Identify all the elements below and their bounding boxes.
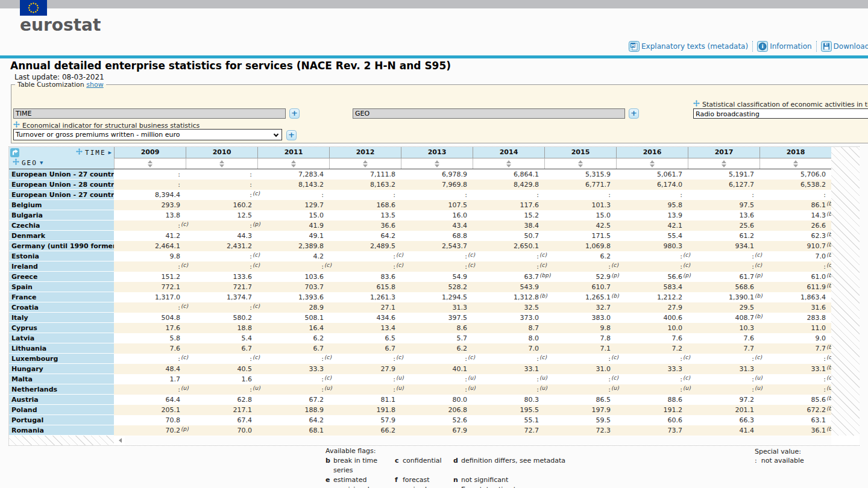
- toolbar-link[interactable]: Download: [816, 41, 868, 52]
- time-dimension-handle[interactable]: TIME ▶: [76, 148, 112, 157]
- cell-value: 4.2: [313, 252, 324, 260]
- cell-value: 2,464.1: [155, 242, 180, 250]
- cell-value: 188.9: [305, 406, 324, 414]
- horizontal-scrollbar[interactable]: [125, 436, 831, 445]
- sort-button[interactable]: [186, 158, 257, 169]
- cell-value: :: [465, 252, 467, 260]
- sort-button[interactable]: [760, 158, 831, 169]
- data-cell: 88.6: [616, 395, 688, 405]
- special-value-entry: : not available: [755, 456, 804, 465]
- year-header-cell[interactable]: 2018: [760, 147, 831, 158]
- data-cell: 171.5: [544, 231, 616, 241]
- table-row: Greece151.2133.6103.683.654.963.7(bp)52.…: [9, 272, 831, 282]
- cell-value: 568.6: [735, 283, 755, 291]
- indicator-select-value: Turnover or gross premiums written - mil…: [16, 131, 180, 139]
- indicator-add-button[interactable]: +: [286, 130, 297, 140]
- indicator-label-text: Economical indicator for structural busi…: [22, 122, 200, 130]
- sort-button[interactable]: [114, 158, 186, 169]
- data-cell: 95.8: [616, 200, 688, 210]
- sort-button[interactable]: [401, 158, 473, 169]
- flag-code: e: [326, 475, 333, 485]
- data-cell: 2,489.5: [329, 241, 401, 251]
- cell-value: 615.8: [377, 283, 396, 291]
- data-cell: 1,294.5: [401, 292, 473, 302]
- data-cell: 206.8: [401, 405, 473, 415]
- expand-right-icon: ▶: [108, 149, 112, 155]
- data-cell: 68.1: [257, 425, 329, 436]
- sort-button[interactable]: [473, 158, 544, 169]
- data-cell: :(u): [329, 374, 401, 384]
- move-cross-icon[interactable]: [13, 121, 20, 130]
- cell-value: 1,374.7: [227, 293, 252, 301]
- data-cell: 15.0: [257, 210, 329, 221]
- toolbar-link[interactable]: MExplanatory texts (metadata): [624, 41, 752, 52]
- flag-code: p: [326, 485, 333, 488]
- toolbar-link[interactable]: iInformation: [752, 41, 816, 52]
- data-cell: 1,312.8(b): [473, 292, 544, 302]
- data-cell: 7.0: [473, 343, 544, 354]
- cell-value: 40.5: [237, 365, 253, 373]
- year-header-cell[interactable]: 2013: [401, 147, 473, 158]
- move-cross-icon[interactable]: [693, 100, 700, 108]
- data-cell: 6.7: [186, 343, 257, 354]
- year-header-cell[interactable]: 2016: [616, 147, 688, 158]
- cell-value: 13.9: [668, 211, 683, 219]
- year-header-cell[interactable]: 2014: [473, 147, 544, 158]
- time-dimension-box[interactable]: TIME: [13, 108, 286, 119]
- indicator-select[interactable]: Turnover or gross premiums written - mil…: [13, 129, 282, 140]
- data-table-frame: TIME ▶ GEO ▼ 200920102011201220132014201…: [8, 146, 860, 446]
- data-cell: :: [186, 169, 257, 180]
- year-header-cell[interactable]: 2017: [688, 147, 760, 158]
- sort-button[interactable]: [544, 158, 616, 169]
- year-header-cell[interactable]: 2012: [329, 147, 401, 158]
- cell-value: :: [536, 355, 539, 363]
- pivot-rotate-icon[interactable]: [10, 148, 19, 157]
- sort-button[interactable]: [257, 158, 329, 169]
- cell-value: 55.4: [668, 232, 683, 240]
- top-gray-bar: [0, 0, 868, 8]
- geo-dimension-box[interactable]: GEO: [353, 108, 625, 119]
- flag-label: break in time series: [333, 456, 395, 475]
- sort-button[interactable]: [688, 158, 760, 169]
- special-value-code: :: [755, 457, 757, 465]
- cell-value: 1,317.0: [155, 293, 180, 301]
- metadata-icon: M: [629, 41, 640, 52]
- data-cell: 86.1(b): [760, 200, 831, 210]
- table-body: European Union - 27 countrie::7,283.47,1…: [9, 169, 831, 436]
- cell-value: :: [680, 386, 682, 393]
- table-row: Spain772.1721.7703.7615.8528.2543.9610.7…: [9, 282, 831, 292]
- sort-button[interactable]: [329, 158, 401, 169]
- geo-add-button[interactable]: +: [629, 108, 639, 119]
- data-cell: 33.1(b): [760, 364, 831, 374]
- cell-value: 6,127.7: [729, 181, 754, 189]
- time-add-button[interactable]: +: [289, 108, 300, 119]
- cell-value: 133.6: [233, 273, 253, 281]
- geo-dimension-handle[interactable]: GEO ▼: [13, 158, 43, 167]
- scroll-left-button[interactable]: [116, 437, 124, 444]
- flag-label: provisional: [333, 485, 395, 488]
- cell-value: 33.1: [811, 365, 826, 373]
- cell-value: 217.1: [233, 406, 253, 414]
- sort-button[interactable]: [616, 158, 688, 169]
- cell-value: :: [536, 263, 539, 271]
- year-header-cell[interactable]: 2015: [544, 147, 616, 158]
- cell-value: 6.2: [457, 345, 468, 352]
- cell-value: :: [608, 355, 611, 363]
- data-cell: 72.7: [473, 425, 544, 436]
- show-link[interactable]: show: [86, 81, 103, 89]
- year-header-cell[interactable]: 2010: [186, 147, 257, 158]
- classification-select[interactable]: Radio broadcasting: [693, 108, 868, 119]
- data-cell: 62.3(b): [760, 231, 831, 241]
- cell-value: 5,706.0: [800, 170, 826, 178]
- data-cell: 28.9: [257, 302, 329, 313]
- cell-value: 7.2: [672, 345, 683, 352]
- data-cell: 201.1: [688, 405, 760, 415]
- data-cell: :(c): [257, 354, 329, 364]
- data-cell: 129.7: [257, 200, 329, 210]
- year-header-cell[interactable]: 2011: [257, 147, 329, 158]
- cell-value: 64.2: [309, 416, 324, 424]
- cell-value: 62.3: [811, 232, 826, 240]
- cell-value: 62.8: [237, 396, 253, 404]
- year-header-cell[interactable]: 2009: [114, 147, 186, 158]
- data-cell: 50.7: [473, 231, 544, 241]
